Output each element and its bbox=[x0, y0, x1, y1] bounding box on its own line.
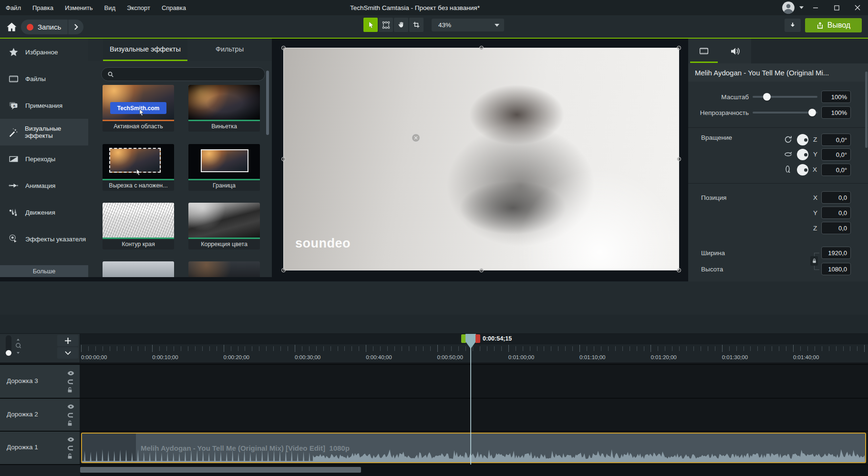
position-x-value[interactable]: 0,0 bbox=[821, 191, 851, 204]
effects-search[interactable] bbox=[101, 67, 265, 81]
video-preview[interactable]: soundeo bbox=[283, 48, 679, 270]
position-y-value[interactable]: 0,0 bbox=[821, 207, 851, 219]
playhead-in-handle[interactable] bbox=[461, 334, 466, 343]
menu-export[interactable]: Экспорт bbox=[121, 0, 156, 15]
selection-handle[interactable] bbox=[677, 46, 681, 50]
track-header-2[interactable]: Дорожка 2 bbox=[0, 399, 80, 431]
close-button[interactable] bbox=[847, 0, 868, 15]
scale-value[interactable]: 100% bbox=[821, 91, 851, 103]
add-track-button[interactable] bbox=[57, 335, 78, 346]
sidebar-item-annotations[interactable]: a Примечания bbox=[0, 92, 88, 119]
effect-card-vignette[interactable]: Виньетка bbox=[188, 85, 260, 132]
track-magnet-icon[interactable] bbox=[67, 412, 75, 419]
sidebar-item-transitions[interactable]: Переходы bbox=[0, 145, 88, 172]
home-icon[interactable] bbox=[5, 20, 18, 34]
record-button[interactable]: Запись bbox=[21, 20, 68, 34]
effect-card-cutout[interactable]: Вырезка с наложен... bbox=[103, 144, 174, 191]
track-lock-icon[interactable] bbox=[67, 387, 75, 393]
properties-scrollbar[interactable] bbox=[865, 72, 868, 148]
track-header-3[interactable]: Дорожка 3 bbox=[0, 365, 80, 398]
sidebar-item-favorites[interactable]: Избранное bbox=[0, 39, 88, 65]
lock-aspect-icon[interactable] bbox=[810, 256, 818, 266]
sidebar-more-button[interactable]: Больше bbox=[0, 265, 88, 277]
timeline-clip-audio[interactable]: Melih Aydogan - You Tell Me (Original Mi… bbox=[81, 433, 866, 463]
selection-handle[interactable] bbox=[281, 268, 286, 272]
tab-visual-effects[interactable]: Визуальные эффекты bbox=[103, 39, 187, 60]
rotation-z-value[interactable]: 0,0° bbox=[821, 134, 851, 146]
track-visibility-icon[interactable] bbox=[67, 371, 75, 377]
menu-view[interactable]: Вид bbox=[99, 0, 122, 15]
rotate-y-dial[interactable] bbox=[797, 149, 808, 160]
opacity-slider[interactable] bbox=[753, 112, 817, 114]
minimize-button[interactable] bbox=[805, 0, 826, 15]
avatar[interactable] bbox=[781, 0, 796, 15]
rotate-z-icon[interactable] bbox=[784, 135, 793, 144]
opacity-value[interactable]: 100% bbox=[821, 106, 851, 119]
effect-card-partial[interactable] bbox=[103, 261, 174, 277]
maximize-button[interactable] bbox=[826, 0, 847, 15]
selection-handle[interactable] bbox=[281, 46, 286, 50]
selection-handle[interactable] bbox=[677, 157, 681, 161]
sidebar-item-cursor-effects[interactable]: Эффекты указателя bbox=[0, 226, 88, 252]
width-value[interactable]: 1920,0 bbox=[821, 247, 851, 259]
track-lock-icon[interactable] bbox=[67, 420, 75, 427]
avatar-caret-icon[interactable] bbox=[797, 0, 805, 15]
timeline-h-scrollbar[interactable] bbox=[80, 467, 361, 473]
playhead-line[interactable] bbox=[470, 348, 471, 465]
tool-select[interactable] bbox=[363, 18, 378, 32]
selection-handle[interactable] bbox=[479, 46, 484, 50]
tool-crop[interactable] bbox=[409, 18, 424, 32]
download-button[interactable] bbox=[785, 19, 801, 32]
selection-handle[interactable] bbox=[281, 157, 286, 161]
tool-pan[interactable] bbox=[394, 18, 408, 32]
effect-card-edge-outline[interactable]: Контур края bbox=[103, 203, 174, 249]
track-visibility-icon[interactable] bbox=[67, 437, 75, 444]
opacity-slider-knob[interactable] bbox=[808, 109, 816, 116]
scale-slider[interactable] bbox=[753, 96, 817, 98]
export-button[interactable]: Вывод bbox=[805, 18, 862, 32]
track-visibility-icon[interactable] bbox=[67, 404, 75, 411]
selection-handle[interactable] bbox=[677, 268, 681, 272]
tab-filters[interactable]: Фильтры bbox=[187, 39, 272, 60]
sidebar-item-behaviors[interactable]: Движения bbox=[0, 199, 88, 226]
playhead-out-handle[interactable] bbox=[475, 334, 480, 343]
sidebar-item-animations[interactable]: Анимация bbox=[0, 172, 88, 199]
effect-card-interactive-hotspot[interactable]: TechSmith.com Активная область bbox=[103, 85, 174, 132]
position-z-value[interactable]: 0,0 bbox=[821, 222, 851, 234]
track-lock-icon[interactable] bbox=[67, 453, 75, 460]
effect-card-border[interactable]: Граница bbox=[188, 144, 260, 191]
height-value[interactable]: 1080,0 bbox=[821, 263, 851, 275]
rotate-y-icon[interactable] bbox=[784, 151, 793, 157]
clip-waveform bbox=[82, 448, 865, 462]
sidebar-item-visual-effects[interactable]: Визуальные эффекты bbox=[0, 119, 88, 145]
track-magnet-icon[interactable] bbox=[67, 445, 75, 452]
tool-transform[interactable] bbox=[379, 18, 393, 32]
rotate-x-icon[interactable] bbox=[785, 165, 791, 174]
menu-help[interactable]: Справка bbox=[156, 0, 192, 15]
search-input[interactable] bbox=[118, 70, 265, 78]
track-height-knob[interactable] bbox=[6, 350, 11, 356]
tab-audio-properties[interactable] bbox=[720, 39, 751, 63]
rotation-y-value[interactable]: 0,0° bbox=[821, 148, 851, 161]
effect-card-partial[interactable] bbox=[188, 261, 260, 277]
effect-card-color-adjustment[interactable]: Коррекция цвета bbox=[188, 203, 260, 249]
rotate-z-dial[interactable] bbox=[797, 134, 808, 145]
title-bar: Файл Правка Изменить Вид Экспорт Справка… bbox=[0, 0, 868, 15]
menu-file[interactable]: Файл bbox=[0, 0, 27, 15]
track-header-1[interactable]: Дорожка 1 bbox=[0, 432, 80, 464]
effects-scrollbar[interactable] bbox=[266, 71, 269, 135]
selection-handle[interactable] bbox=[479, 268, 484, 272]
tab-video-properties[interactable] bbox=[688, 39, 720, 63]
rotate-x-dial[interactable] bbox=[797, 164, 808, 176]
collapse-tracks-button[interactable] bbox=[57, 347, 78, 359]
animation-arrow-icon bbox=[8, 180, 19, 191]
scale-slider-knob[interactable] bbox=[763, 93, 771, 101]
record-expand-button[interactable] bbox=[68, 20, 83, 34]
sidebar-item-media[interactable]: Файлы bbox=[0, 65, 88, 92]
canvas-zoom-dropdown[interactable]: 43% bbox=[432, 19, 504, 31]
rotation-x-value[interactable]: 0,0° bbox=[821, 164, 851, 176]
track-magnet-icon[interactable] bbox=[67, 379, 75, 385]
menu-edit[interactable]: Правка bbox=[27, 0, 59, 15]
anchor-handle[interactable] bbox=[412, 134, 420, 142]
menu-modify[interactable]: Изменить bbox=[59, 0, 99, 15]
